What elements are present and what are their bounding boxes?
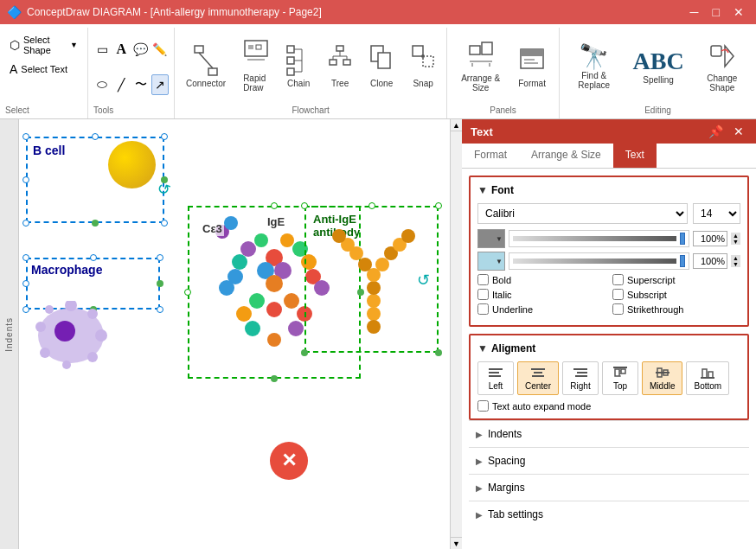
align-right-button[interactable]: Right [562,361,599,395]
opacity-input-1[interactable] [693,231,727,246]
svg-point-54 [240,241,256,257]
handle-tm[interactable] [92,133,99,140]
pin-button[interactable]: 📌 [705,124,727,138]
spin-down-1[interactable]: ▼ [731,239,740,245]
panel-close-button[interactable]: ✕ [730,124,747,138]
find-replace-button[interactable]: 🔭 Find & Replace [565,31,624,100]
svg-point-46 [40,348,50,358]
font-name-select[interactable]: Calibri [477,203,688,224]
handle-tr2[interactable] [157,254,163,261]
handle-bm[interactable] [92,220,99,227]
canvas-area[interactable]: ▲ ▼ B cell [19,119,462,549]
clone-button[interactable]: Clone [362,31,401,100]
align-left-button[interactable]: Left [477,361,514,395]
curve-tool[interactable]: 〜 [132,74,150,95]
maximize-button[interactable]: □ [708,3,725,21]
svg-rect-20 [343,60,350,65]
handle-tm2[interactable] [90,254,97,261]
italic-checkbox[interactable] [477,289,489,300]
alignment-section-header[interactable]: ▼ Aligment [477,342,740,354]
underline-checkbox[interactable] [477,303,489,315]
tab-text[interactable]: Text [613,144,657,168]
rectangle-tool[interactable]: ▭ [93,39,111,60]
tree-button[interactable]: Tree [320,31,360,100]
align-center-button[interactable]: Center [517,361,559,395]
bold-checkbox[interactable] [477,274,489,285]
ellipse-tool[interactable]: ⬭ [93,74,111,95]
svg-point-42 [87,309,98,319]
spin-down-2[interactable]: ▼ [731,261,740,267]
bg-color-swatch[interactable]: ▼ [477,252,505,271]
superscript-checkbox[interactable] [612,274,624,285]
font-section-header[interactable]: ▼ Font [477,184,740,196]
ribbon: ⬡ Select Shape ▼ A Select Text Select ▭ … [0,24,756,119]
subscript-checkbox[interactable] [612,289,624,300]
color-slider-1 [509,230,689,247]
tab-format[interactable]: Format [462,144,519,168]
handle-br[interactable] [161,220,168,227]
callout-tool[interactable]: 💬 [132,39,150,60]
select-shape-button[interactable]: ⬡ Select Shape ▼ [5,31,82,59]
snap-button[interactable]: Snap [403,31,443,100]
sidebar-label: Indents [4,317,14,352]
handle-mr2[interactable] [157,280,163,287]
line-tool[interactable]: ╱ [112,74,130,95]
spin-up-1[interactable]: ▲ [731,233,740,239]
handle-ml[interactable] [22,176,29,183]
pointer-tool[interactable]: ↗ [151,74,169,95]
minimize-button[interactable]: ─ [685,3,704,21]
ige-label: IgE [266,214,286,229]
rapid-draw-button[interactable]: Rapid Draw [235,31,277,100]
tab-settings-section[interactable]: ▶ Tab settings [469,501,749,527]
pen-tool[interactable]: ✏️ [151,39,169,60]
handle-br2[interactable] [157,306,163,313]
svg-point-72 [367,281,381,295]
spelling-button[interactable]: ABC Spelling [625,31,692,100]
slider-thumb-2[interactable] [680,255,685,267]
align-bottom-button[interactable]: Bottom [686,361,729,395]
chain-button[interactable]: Chain [279,31,318,100]
svg-rect-35 [711,46,721,56]
text-color-swatch[interactable]: ▼ [477,229,505,248]
handle-tl2[interactable] [22,254,29,261]
indents-section[interactable]: ▶ Indents [469,420,749,447]
close-button[interactable]: ✕ [728,3,749,21]
left-sidebar: Indents [0,119,19,549]
svg-point-68 [267,333,281,347]
handle-tr[interactable] [161,133,168,140]
handle-bl2[interactable] [22,306,29,313]
handle-tl[interactable] [22,133,29,140]
align-top-button[interactable]: Top [602,361,638,395]
slider-thumb-1[interactable] [680,233,685,245]
svg-point-40 [45,305,54,314]
underline-checkbox-item: Underline [477,303,605,315]
arrange-size-button[interactable]: Arrange & Size [452,31,509,100]
align-middle-button[interactable]: Middle [642,361,682,395]
spelling-icon: ABC [633,48,684,75]
scroll-up-button[interactable]: ▲ [451,119,463,131]
connector-button[interactable]: Connector [178,31,234,100]
delete-button[interactable]: ✕ [270,442,308,480]
margins-arrow: ▶ [476,483,483,493]
format-button[interactable]: Format [510,31,554,100]
margins-section[interactable]: ▶ Margins [469,474,749,501]
spacing-section[interactable]: ▶ Spacing [469,447,749,474]
align-center-icon [529,366,547,380]
slider-track-1[interactable] [513,236,676,241]
strikethrough-checkbox[interactable] [612,303,624,315]
spin-up-2[interactable]: ▲ [731,255,740,261]
select-text-button[interactable]: A Select Text [5,59,82,80]
right-panel: Text 📌 ✕ Format Arrange & Size Text ▼ Fo… [462,119,756,549]
change-shape-button[interactable]: Change Shape [694,31,751,100]
scroll-down-button[interactable]: ▼ [451,537,463,549]
svg-rect-26 [470,46,480,54]
text-auto-expand-checkbox[interactable] [477,400,489,412]
opacity-input-2[interactable] [693,253,727,269]
handle-ml2[interactable] [22,280,29,287]
text-tool[interactable]: A [112,39,130,60]
slider-track-2[interactable] [513,259,676,264]
tab-arrange-size[interactable]: Arrange & Size [519,144,613,168]
font-size-select[interactable]: 14 [693,203,740,224]
handle-bl[interactable] [22,220,29,227]
tab-settings-arrow: ▶ [476,510,483,520]
